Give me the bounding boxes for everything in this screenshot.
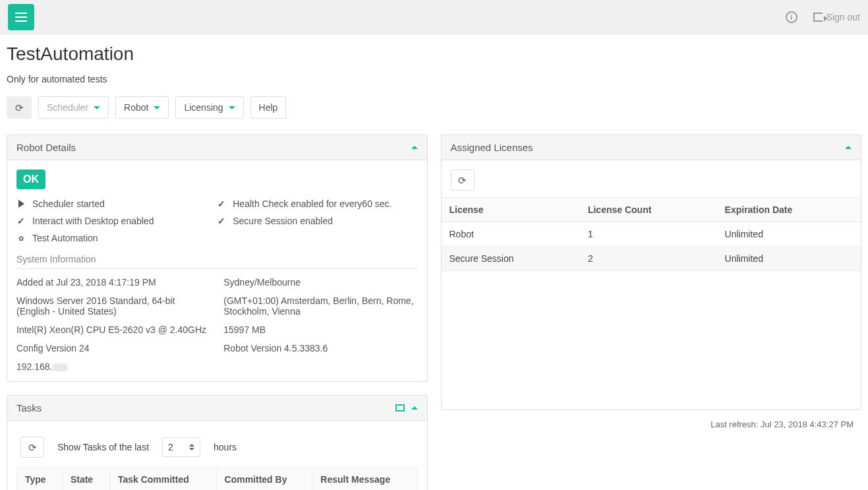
- licenses-title: Assigned Licenses: [451, 142, 533, 153]
- toolbar: ⟳ Scheduler Robot Licensing Help: [7, 96, 861, 119]
- hamburger-icon: [15, 16, 27, 18]
- refresh-icon: ⟳: [15, 103, 24, 113]
- check-icon: [217, 216, 226, 226]
- robot-label: Robot: [124, 102, 148, 113]
- page-subtitle: Only for automated tests: [7, 74, 861, 84]
- licenses-footer: Last refresh: Jul 23, 2018 4:43:27 PM: [441, 414, 862, 435]
- info-tz-city: Sydney/Melbourne: [223, 277, 417, 288]
- status-interact: Interact with Desktop enabled: [16, 216, 217, 226]
- status-automation: Test Automation: [16, 233, 217, 243]
- robot-dropdown[interactable]: Robot: [115, 96, 169, 119]
- hours-input[interactable]: 2: [162, 437, 200, 457]
- system-info-grid: Added at Jul 23, 2018 4:17:19 PM Sydney/…: [16, 277, 418, 372]
- info-cpu: Intel(R) Xeon(R) CPU E5-2620 v3 @ 2.40GH…: [16, 324, 210, 335]
- robot-details-panel: Robot Details OK Scheduler started: [7, 135, 428, 382]
- info-icon[interactable]: i: [786, 11, 797, 23]
- col-license[interactable]: License: [442, 198, 580, 222]
- col-committed[interactable]: Task Committed: [109, 468, 216, 491]
- caret-down-icon: [94, 106, 100, 109]
- licenses-table: License License Count Expiration Date Ro…: [442, 197, 861, 271]
- hours-value: 2: [168, 442, 173, 452]
- status-badge: OK: [16, 169, 45, 189]
- col-exp[interactable]: Expiration Date: [717, 198, 861, 222]
- tasks-refresh-button[interactable]: ⟳: [20, 437, 44, 458]
- col-state[interactable]: State: [62, 468, 109, 491]
- check-icon: [217, 199, 226, 209]
- topbar: i Sign out: [0, 0, 868, 34]
- status-scheduler: Scheduler started: [16, 199, 217, 209]
- refresh-button[interactable]: ⟳: [7, 96, 32, 119]
- check-icon: [16, 216, 26, 226]
- spinner-icon[interactable]: [189, 444, 194, 450]
- refresh-icon: ⟳: [28, 443, 37, 452]
- scheduler-dropdown[interactable]: Scheduler: [38, 96, 109, 119]
- info-added: Added at Jul 23, 2018 4:17:19 PM: [16, 277, 210, 288]
- licenses-refresh-button[interactable]: ⟳: [451, 169, 475, 191]
- help-label: Help: [259, 102, 278, 113]
- licensing-dropdown[interactable]: Licensing: [175, 96, 243, 119]
- robot-details-title: Robot Details: [16, 142, 76, 153]
- page-title: TestAutomation: [7, 44, 861, 65]
- status-secure: Secure Session enabled: [217, 216, 417, 226]
- play-icon: [16, 200, 26, 208]
- info-ip: 192.168.: [16, 361, 210, 372]
- licenses-header[interactable]: Assigned Licenses: [442, 135, 861, 160]
- signout-icon: [813, 13, 823, 22]
- collapse-icon: [845, 146, 852, 149]
- hours-unit: hours: [214, 442, 237, 452]
- system-info-title: System Information: [16, 254, 418, 269]
- scheduler-label: Scheduler: [47, 102, 88, 113]
- table-row: Secure Session 2 Unlimited: [442, 247, 861, 271]
- signout-label: Sign out: [826, 12, 860, 22]
- collapse-icon: [411, 146, 418, 149]
- licenses-panel: Assigned Licenses ⟳ License License Coun…: [441, 135, 862, 410]
- info-tz-offset: (GMT+01:00) Amsterdam, Berlin, Bern, Rom…: [223, 295, 417, 317]
- tasks-table: Type State Task Committed Committed By R…: [16, 467, 418, 490]
- caret-down-icon: [229, 106, 235, 109]
- menu-toggle-button[interactable]: [8, 4, 34, 30]
- col-by[interactable]: Committed By: [216, 468, 312, 491]
- info-config: Config Version 24: [16, 343, 210, 353]
- licensing-label: Licensing: [184, 102, 223, 113]
- help-button[interactable]: Help: [250, 96, 287, 119]
- robot-details-header[interactable]: Robot Details: [7, 135, 427, 160]
- col-type[interactable]: Type: [17, 468, 63, 491]
- table-row: Robot 1 Unlimited: [442, 222, 861, 247]
- collapse-icon: [411, 406, 418, 410]
- gear-icon: [16, 235, 26, 242]
- caret-down-icon: [154, 106, 160, 109]
- col-result[interactable]: Result Message: [312, 468, 417, 491]
- refresh-icon: ⟳: [458, 175, 467, 185]
- info-rversion: Robot Version 4.5.3383.6: [223, 343, 417, 353]
- info-mem: 15997 MB: [223, 324, 417, 335]
- info-os: Windows Server 2016 Standard, 64-bit (En…: [16, 295, 210, 317]
- tasks-header[interactable]: Tasks: [7, 396, 427, 421]
- col-count[interactable]: License Count: [580, 198, 717, 222]
- status-health: Health Check enabled for every60 sec.: [217, 199, 417, 209]
- tasks-show-label: Show Tasks of the last: [57, 442, 149, 452]
- tasks-panel: Tasks ⟳ Show Tasks of the last 2: [7, 395, 428, 490]
- ip-mask: [53, 363, 67, 371]
- popout-icon[interactable]: [395, 404, 405, 412]
- signout-button[interactable]: Sign out: [813, 12, 860, 22]
- tasks-title: Tasks: [16, 402, 42, 413]
